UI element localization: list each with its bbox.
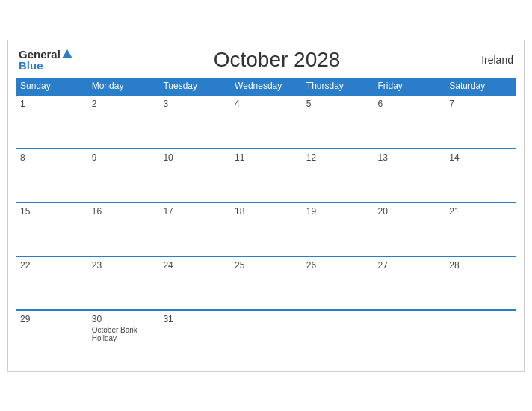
day-number: 4 <box>235 99 297 109</box>
day-number: 22 <box>20 260 83 271</box>
calendar-week-row: 22232425262728 <box>16 256 516 310</box>
calendar-day-cell: 28 <box>445 256 516 310</box>
calendar-week-row: 891011121314 <box>16 149 516 203</box>
calendar-day-cell: 8 <box>16 149 87 203</box>
day-number: 9 <box>92 152 155 163</box>
calendar-day-cell: 24 <box>158 256 230 310</box>
day-number: 29 <box>20 314 83 324</box>
day-number: 15 <box>20 206 83 217</box>
calendar-day-cell: 13 <box>374 149 445 203</box>
header-sunday: Sunday <box>16 78 87 95</box>
day-number: 8 <box>20 152 83 163</box>
calendar-day-cell: 26 <box>302 256 374 310</box>
day-number: 6 <box>378 99 441 109</box>
day-number: 24 <box>163 260 226 271</box>
header-tuesday: Tuesday <box>158 78 230 95</box>
calendar-day-cell: 19 <box>302 203 374 256</box>
calendar-header: General Blue October 2028 Ireland <box>16 48 516 72</box>
calendar-day-cell: 10 <box>158 149 230 203</box>
day-number: 27 <box>378 260 441 271</box>
day-number: 12 <box>306 152 369 163</box>
day-number: 13 <box>378 152 441 163</box>
calendar-day-cell: 20 <box>374 203 445 256</box>
calendar-day-cell: 7 <box>445 95 516 149</box>
calendar-day-cell: 16 <box>87 203 159 256</box>
day-number: 30 <box>92 314 155 324</box>
logo-blue-text: Blue <box>19 60 43 71</box>
calendar-day-cell: 22 <box>16 256 87 310</box>
month-title: October 2028 <box>214 48 341 72</box>
calendar-day-cell: 12 <box>302 149 374 203</box>
calendar-day-cell: 14 <box>445 149 516 203</box>
calendar-day-cell: 5 <box>302 95 374 149</box>
calendar-day-cell: 17 <box>158 203 230 256</box>
calendar-day-cell <box>445 310 516 364</box>
day-number: 25 <box>235 260 297 271</box>
day-number: 16 <box>92 206 155 217</box>
calendar-container: General Blue October 2028 Ireland Sunday… <box>7 40 525 372</box>
calendar-week-row: 1234567 <box>16 95 516 149</box>
calendar-day-cell: 29 <box>16 310 87 364</box>
calendar-day-cell: 4 <box>230 95 302 149</box>
day-number: 17 <box>163 206 226 217</box>
calendar-day-cell: 11 <box>230 149 302 203</box>
header-monday: Monday <box>87 78 159 95</box>
day-number: 26 <box>306 260 369 271</box>
calendar-week-row: 2930October Bank Holiday31 <box>16 310 516 364</box>
calendar-day-cell: 9 <box>87 149 159 203</box>
calendar-day-cell: 30October Bank Holiday <box>87 310 159 364</box>
day-number: 11 <box>235 152 297 163</box>
day-number: 7 <box>449 99 512 109</box>
day-number: 28 <box>449 260 512 271</box>
calendar-day-cell: 25 <box>230 256 302 310</box>
day-number: 18 <box>235 206 297 217</box>
country-label: Ireland <box>481 54 513 66</box>
header-saturday: Saturday <box>445 78 516 95</box>
calendar-day-cell: 23 <box>87 256 159 310</box>
logo-general-text: General <box>19 49 61 60</box>
day-number: 1 <box>20 99 83 109</box>
calendar-week-row: 15161718192021 <box>16 203 516 256</box>
calendar-day-cell <box>302 310 374 364</box>
day-number: 10 <box>163 152 226 163</box>
day-number: 19 <box>306 206 369 217</box>
day-number: 21 <box>449 206 512 217</box>
logo-triangle-icon <box>62 49 72 58</box>
calendar-day-cell <box>230 310 302 364</box>
day-number: 31 <box>163 314 226 324</box>
calendar-day-cell: 21 <box>445 203 516 256</box>
header-friday: Friday <box>374 78 445 95</box>
calendar-day-cell: 6 <box>374 95 445 149</box>
calendar-day-cell: 1 <box>16 95 87 149</box>
calendar-day-cell <box>374 310 445 364</box>
day-event: October Bank Holiday <box>92 326 155 342</box>
weekday-header-row: Sunday Monday Tuesday Wednesday Thursday… <box>16 78 516 95</box>
calendar-day-cell: 31 <box>158 310 230 364</box>
calendar-day-cell: 27 <box>374 256 445 310</box>
header-thursday: Thursday <box>302 78 374 95</box>
calendar-day-cell: 15 <box>16 203 87 256</box>
calendar-day-cell: 18 <box>230 203 302 256</box>
day-number: 2 <box>92 99 155 109</box>
day-number: 3 <box>163 99 226 109</box>
day-number: 23 <box>92 260 155 271</box>
logo: General Blue <box>19 49 72 71</box>
calendar-table: Sunday Monday Tuesday Wednesday Thursday… <box>16 78 516 364</box>
calendar-day-cell: 2 <box>87 95 159 149</box>
day-number: 20 <box>378 206 441 217</box>
header-wednesday: Wednesday <box>230 78 302 95</box>
day-number: 14 <box>449 152 512 163</box>
day-number: 5 <box>306 99 369 109</box>
calendar-day-cell: 3 <box>158 95 230 149</box>
